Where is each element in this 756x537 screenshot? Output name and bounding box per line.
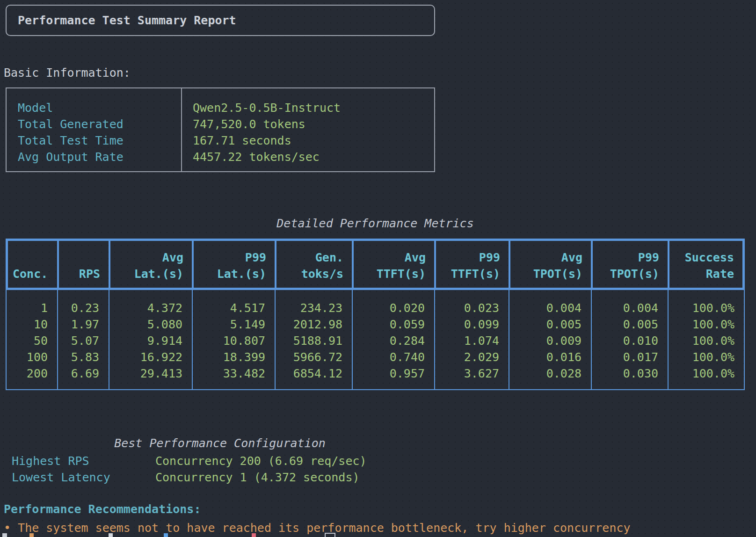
metrics-value: 33.482 bbox=[193, 365, 275, 382]
metrics-value: 0.059 bbox=[353, 316, 434, 333]
metrics-header-cell: AvgTTFT(s) bbox=[352, 241, 434, 288]
partial-text-fragment bbox=[29, 533, 34, 537]
metrics-value: 100.0% bbox=[669, 365, 744, 382]
metrics-value: 200 bbox=[7, 365, 57, 382]
metrics-value: 5188.91 bbox=[276, 333, 352, 349]
metrics-value: 100.0% bbox=[669, 349, 744, 365]
metrics-header-cell: Gen.toks/s bbox=[275, 241, 352, 288]
metrics-header-cell: P99TTFT(s) bbox=[434, 241, 509, 288]
basic-info-heading: Basic Information: bbox=[4, 65, 131, 81]
metrics-value: 1 bbox=[7, 300, 57, 316]
best-config-row: Highest RPSConcurrency 200 (6.69 req/sec… bbox=[12, 453, 367, 469]
metrics-header-cell: P99TPOT(s) bbox=[591, 241, 668, 288]
metrics-value: 0.005 bbox=[592, 316, 668, 333]
basic-info-value-column: Qwen2.5-0.5B-Instruct747,520.0 tokens167… bbox=[182, 88, 434, 171]
metrics-value: 0.030 bbox=[592, 365, 668, 382]
metrics-header-text: Avg bbox=[405, 249, 426, 266]
metrics-value: 10.807 bbox=[193, 333, 275, 349]
basic-info-label: Avg Output Rate bbox=[18, 149, 181, 165]
metrics-header-cell: P99Lat.(s) bbox=[192, 241, 275, 288]
metrics-header-text: toks/s bbox=[301, 266, 343, 282]
metrics-value: 100.0% bbox=[669, 316, 744, 333]
metrics-value: 3.627 bbox=[435, 365, 509, 382]
partial-text-fragment bbox=[252, 533, 256, 537]
metrics-header-text: TPOT(s) bbox=[533, 266, 582, 282]
metrics-column: 0.0230.0991.0742.0293.627 bbox=[434, 290, 509, 389]
metrics-column: 4.3725.0809.91416.92229.413 bbox=[109, 290, 192, 389]
metrics-header-text: TTFT(s) bbox=[451, 266, 500, 282]
basic-info-label: Total Test Time bbox=[18, 132, 181, 149]
metrics-value: 0.23 bbox=[58, 300, 109, 316]
basic-info-value: 167.71 seconds bbox=[193, 132, 434, 149]
recommendations-list: • The system seems not to have reached i… bbox=[4, 520, 631, 536]
metrics-header-text: Avg bbox=[561, 249, 582, 266]
metrics-value: 0.740 bbox=[353, 349, 434, 365]
metrics-value: 100.0% bbox=[669, 333, 744, 349]
metrics-header-cell: AvgTPOT(s) bbox=[509, 241, 591, 288]
partial-text-fragment bbox=[109, 533, 113, 537]
metrics-table-title: Detailed Performance Metrics bbox=[6, 215, 745, 232]
metrics-column: 0.0040.0050.0090.0160.028 bbox=[509, 290, 591, 389]
best-config-rows: Highest RPSConcurrency 200 (6.69 req/sec… bbox=[12, 453, 367, 486]
metrics-header-text: TPOT(s) bbox=[610, 266, 659, 282]
metrics-header-text: TTFT(s) bbox=[377, 266, 426, 282]
metrics-value: 0.023 bbox=[435, 300, 509, 316]
metrics-value: 5.080 bbox=[109, 316, 192, 333]
metrics-column: 234.232012.985188.915966.726854.12 bbox=[275, 290, 352, 389]
metrics-header-cell: SuccessRate bbox=[668, 241, 742, 288]
basic-info-value: Qwen2.5-0.5B-Instruct bbox=[193, 100, 434, 116]
report-title: Performance Test Summary Report bbox=[18, 12, 236, 29]
metrics-column: 11050100200 bbox=[7, 290, 57, 389]
metrics-value: 234.23 bbox=[276, 300, 352, 316]
basic-info-label-column: ModelTotal GeneratedTotal Test TimeAvg O… bbox=[7, 88, 181, 171]
metrics-body: 110501002000.231.975.075.836.694.3725.08… bbox=[6, 290, 745, 390]
metrics-column: 0.231.975.075.836.69 bbox=[57, 290, 109, 389]
metrics-header-text: Lat.(s) bbox=[134, 266, 183, 282]
metrics-value: 100.0% bbox=[669, 300, 744, 316]
metrics-value: 2012.98 bbox=[276, 316, 352, 333]
metrics-value: 0.009 bbox=[509, 333, 591, 349]
partial-text-fragment bbox=[164, 533, 168, 537]
metrics-value: 0.284 bbox=[353, 333, 434, 349]
metrics-value: 5966.72 bbox=[276, 349, 352, 365]
metrics-column: 0.0200.0590.2840.7400.957 bbox=[352, 290, 434, 389]
metrics-header-text: P99 bbox=[638, 249, 659, 266]
metrics-column: 0.0040.0050.0100.0170.030 bbox=[591, 290, 668, 389]
metrics-value: 0.004 bbox=[509, 300, 591, 316]
metrics-column: 4.5175.14910.80718.39933.482 bbox=[192, 290, 275, 389]
best-config-value: Concurrency 1 (4.372 seconds) bbox=[155, 471, 360, 484]
basic-info-value: 4457.22 tokens/sec bbox=[193, 149, 434, 165]
metrics-value: 10 bbox=[7, 316, 57, 333]
metrics-value: 1.97 bbox=[58, 316, 109, 333]
metrics-header-cell: RPS bbox=[57, 241, 109, 288]
metrics-value: 0.005 bbox=[509, 316, 591, 333]
metrics-value: 50 bbox=[7, 333, 57, 349]
metrics-value: 100 bbox=[7, 349, 57, 365]
metrics-header-text: Success bbox=[685, 249, 734, 266]
metrics-header-cell: AvgLat.(s) bbox=[109, 241, 192, 288]
metrics-value: 0.020 bbox=[353, 300, 434, 316]
recommendation-item: • The system seems not to have reached i… bbox=[4, 520, 631, 536]
metrics-header-row: Conc.RPSAvgLat.(s)P99Lat.(s)Gen.toks/sAv… bbox=[6, 239, 745, 290]
metrics-value: 9.914 bbox=[109, 333, 192, 349]
metrics-value: 5.83 bbox=[58, 349, 109, 365]
metrics-value: 0.028 bbox=[509, 365, 591, 382]
metrics-value: 0.017 bbox=[592, 349, 668, 365]
metrics-value: 0.010 bbox=[592, 333, 668, 349]
metrics-value: 4.517 bbox=[193, 300, 275, 316]
basic-info-value: 747,520.0 tokens bbox=[193, 116, 434, 132]
metrics-value: 29.413 bbox=[109, 365, 192, 382]
metrics-value: 5.07 bbox=[58, 333, 109, 349]
recommendations-heading: Performance Recommendations: bbox=[4, 501, 201, 517]
basic-info-label: Total Generated bbox=[18, 116, 181, 132]
metrics-header-text: Avg bbox=[162, 249, 183, 266]
metrics-header-text: P99 bbox=[245, 249, 266, 266]
metrics-value: 1.074 bbox=[435, 333, 509, 349]
metrics-header-text: Conc. bbox=[13, 266, 48, 282]
metrics-value: 2.029 bbox=[435, 349, 509, 365]
partial-text-fragment bbox=[2, 533, 7, 537]
metrics-value: 0.957 bbox=[353, 365, 434, 382]
metrics-header-text: P99 bbox=[479, 249, 500, 266]
metrics-value: 0.004 bbox=[592, 300, 668, 316]
terminal-cursor bbox=[325, 533, 335, 537]
